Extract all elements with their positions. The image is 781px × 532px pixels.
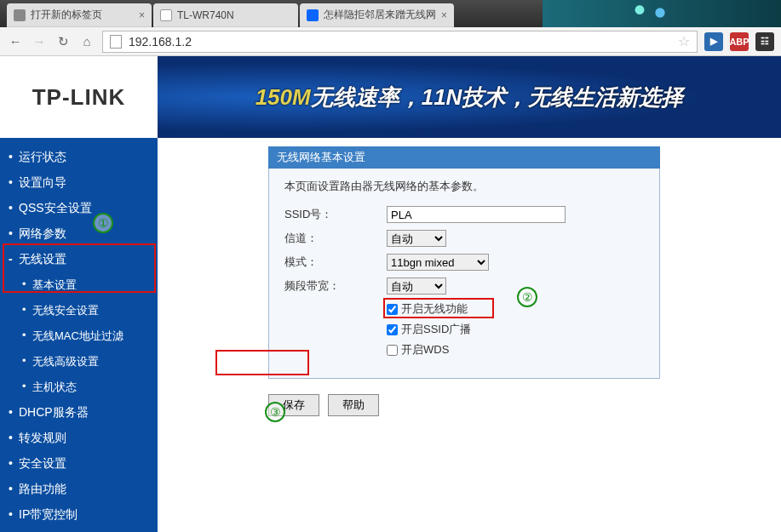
banner-slogan: 150M无线速率，11N技术，无线生活新选择	[158, 56, 781, 138]
page-banner: TP-LINK 150M无线速率，11N技术，无线生活新选择	[0, 56, 781, 138]
browser-tab[interactable]: TL-WR740N	[153, 3, 298, 27]
enable-wireless-checkbox[interactable]	[387, 304, 398, 315]
sidebar-item-status[interactable]: 运行状态	[0, 145, 158, 170]
page-icon	[110, 35, 122, 49]
forward-button[interactable]: →	[31, 33, 48, 50]
ssid-label: SSID号：	[284, 207, 387, 222]
main-content: 无线网络基本设置 本页面设置路由器无线网络的基本参数。 SSID号： 信道： 自…	[158, 138, 781, 532]
sidebar-nav: 运行状态 设置向导 QSS安全设置 网络参数 无线设置 基本设置 无线安全设置 …	[0, 138, 158, 532]
extension-button[interactable]: ▶	[704, 32, 723, 51]
browser-tab[interactable]: 怎样隐拒邻居来蹭无线网 ×	[300, 3, 454, 27]
panel-title: 无线网络基本设置	[268, 146, 660, 169]
url-text: 192.168.1.2	[129, 35, 192, 49]
panel-description: 本页面设置路由器无线网络的基本参数。	[284, 179, 644, 194]
channel-select[interactable]: 自动	[387, 230, 446, 247]
sidebar-item-mac[interactable]: 无线MAC地址过滤	[0, 323, 158, 349]
favicon-zhihu-icon	[307, 9, 319, 21]
favicon-doc-icon	[160, 9, 172, 21]
browser-toolbar: ← → ↻ ⌂ 192.168.1.2 ☆ ▶ ABP ☷	[0, 27, 781, 56]
enable-wds-checkbox[interactable]	[387, 345, 398, 356]
enable-wds-label: 开启WDS	[401, 342, 449, 358]
back-button[interactable]: ←	[7, 33, 24, 50]
wireless-basic-panel: 无线网络基本设置 本页面设置路由器无线网络的基本参数。 SSID号： 信道： 自…	[268, 146, 660, 379]
bandwidth-label: 频段带宽：	[284, 278, 387, 294]
sidebar-item-host[interactable]: 主机状态	[0, 375, 158, 400]
extension-abp-button[interactable]: ABP	[730, 32, 749, 51]
sidebar-item-network[interactable]: 网络参数	[0, 221, 158, 247]
channel-label: 信道：	[284, 231, 387, 246]
sidebar-item-dhcp[interactable]: DHCP服务器	[0, 400, 158, 426]
sidebar-item-qss[interactable]: QSS安全设置	[0, 196, 158, 221]
sidebar-item-sec[interactable]: 安全设置	[0, 451, 158, 477]
tab-close-icon[interactable]: ×	[441, 9, 447, 21]
sidebar-item-wizard[interactable]: 设置向导	[0, 170, 158, 196]
sidebar-item-advanced[interactable]: 无线高级设置	[0, 349, 158, 375]
reload-button[interactable]: ↻	[55, 33, 72, 50]
ssid-input[interactable]	[387, 206, 566, 223]
bandwidth-select[interactable]: 自动	[387, 277, 446, 295]
brand-logo: TP-LINK	[0, 56, 158, 138]
help-button[interactable]: 帮助	[328, 394, 379, 416]
tab-title: 怎样隐拒邻居来蹭无线网	[324, 8, 436, 22]
slogan-accent: 150M	[256, 84, 311, 110]
enable-ssid-label: 开启SSID广播	[401, 322, 471, 337]
logo-text: TP-LINK	[32, 84, 126, 111]
favicon-blank	[14, 9, 26, 21]
browser-tabstrip: 打开新的标签页 × TL-WR740N 怎样隐拒邻居来蹭无线网 ×	[0, 0, 781, 27]
sidebar-item-basic[interactable]: 基本设置	[0, 272, 158, 298]
sidebar-item-security[interactable]: 无线安全设置	[0, 298, 158, 323]
sidebar-item-route[interactable]: 路由功能	[0, 477, 158, 502]
slogan-rest: 无线速率，11N技术，无线生活新选择	[311, 84, 684, 110]
home-button[interactable]: ⌂	[78, 33, 95, 50]
tabstrip-decoration	[543, 0, 781, 27]
bookmark-star-icon[interactable]: ☆	[678, 33, 690, 49]
mode-select[interactable]: 11bgn mixed	[387, 254, 489, 271]
tab-title: TL-WR740N	[177, 9, 291, 21]
save-button[interactable]: 保存	[268, 394, 319, 416]
enable-ssid-checkbox[interactable]	[387, 324, 398, 335]
sidebar-item-wireless[interactable]: 无线设置	[0, 247, 158, 272]
extension-button[interactable]: ☷	[755, 32, 774, 51]
tab-close-icon[interactable]: ×	[139, 9, 145, 21]
mode-label: 模式：	[284, 255, 387, 270]
sidebar-item-forward[interactable]: 转发规则	[0, 426, 158, 451]
enable-wireless-label: 开启无线功能	[401, 301, 468, 317]
url-bar[interactable]: 192.168.1.2 ☆	[102, 31, 698, 53]
tab-title: 打开新的标签页	[31, 8, 134, 22]
browser-tab[interactable]: 打开新的标签页 ×	[7, 3, 152, 27]
sidebar-item-bandwidth[interactable]: IP带宽控制	[0, 502, 158, 528]
